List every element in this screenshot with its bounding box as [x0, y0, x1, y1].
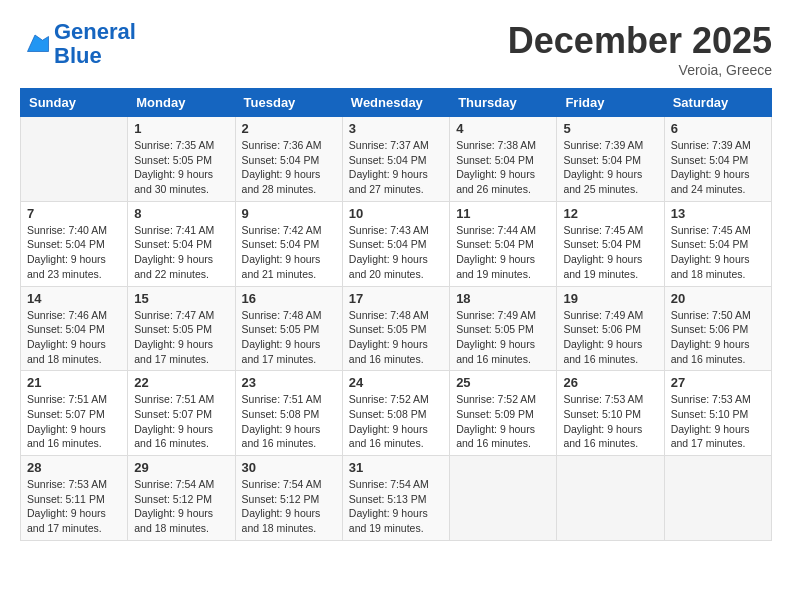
- calendar-body: 1Sunrise: 7:35 AMSunset: 5:05 PMDaylight…: [21, 117, 772, 541]
- day-number: 16: [242, 291, 336, 306]
- day-info: Sunrise: 7:36 AMSunset: 5:04 PMDaylight:…: [242, 138, 336, 197]
- calendar-cell: 23Sunrise: 7:51 AMSunset: 5:08 PMDayligh…: [235, 371, 342, 456]
- day-number: 10: [349, 206, 443, 221]
- day-number: 18: [456, 291, 550, 306]
- day-number: 7: [27, 206, 121, 221]
- calendar-cell: 19Sunrise: 7:49 AMSunset: 5:06 PMDayligh…: [557, 286, 664, 371]
- calendar-cell: 7Sunrise: 7:40 AMSunset: 5:04 PMDaylight…: [21, 201, 128, 286]
- calendar-cell: 10Sunrise: 7:43 AMSunset: 5:04 PMDayligh…: [342, 201, 449, 286]
- day-info: Sunrise: 7:51 AMSunset: 5:08 PMDaylight:…: [242, 392, 336, 451]
- calendar-week-row: 1Sunrise: 7:35 AMSunset: 5:05 PMDaylight…: [21, 117, 772, 202]
- days-of-week-header: SundayMondayTuesdayWednesdayThursdayFrid…: [21, 89, 772, 117]
- day-info: Sunrise: 7:47 AMSunset: 5:05 PMDaylight:…: [134, 308, 228, 367]
- day-number: 6: [671, 121, 765, 136]
- day-number: 12: [563, 206, 657, 221]
- day-info: Sunrise: 7:50 AMSunset: 5:06 PMDaylight:…: [671, 308, 765, 367]
- day-info: Sunrise: 7:51 AMSunset: 5:07 PMDaylight:…: [134, 392, 228, 451]
- day-number: 11: [456, 206, 550, 221]
- calendar-cell: 2Sunrise: 7:36 AMSunset: 5:04 PMDaylight…: [235, 117, 342, 202]
- day-of-week-header: Tuesday: [235, 89, 342, 117]
- month-year: December 2025: [508, 20, 772, 62]
- day-number: 31: [349, 460, 443, 475]
- calendar-week-row: 7Sunrise: 7:40 AMSunset: 5:04 PMDaylight…: [21, 201, 772, 286]
- day-info: Sunrise: 7:37 AMSunset: 5:04 PMDaylight:…: [349, 138, 443, 197]
- calendar-cell: 1Sunrise: 7:35 AMSunset: 5:05 PMDaylight…: [128, 117, 235, 202]
- day-info: Sunrise: 7:53 AMSunset: 5:11 PMDaylight:…: [27, 477, 121, 536]
- calendar-cell: 14Sunrise: 7:46 AMSunset: 5:04 PMDayligh…: [21, 286, 128, 371]
- day-info: Sunrise: 7:54 AMSunset: 5:12 PMDaylight:…: [134, 477, 228, 536]
- calendar-cell: 20Sunrise: 7:50 AMSunset: 5:06 PMDayligh…: [664, 286, 771, 371]
- calendar-cell: 25Sunrise: 7:52 AMSunset: 5:09 PMDayligh…: [450, 371, 557, 456]
- day-of-week-header: Thursday: [450, 89, 557, 117]
- calendar-cell: [450, 456, 557, 541]
- day-info: Sunrise: 7:48 AMSunset: 5:05 PMDaylight:…: [242, 308, 336, 367]
- day-info: Sunrise: 7:41 AMSunset: 5:04 PMDaylight:…: [134, 223, 228, 282]
- day-number: 26: [563, 375, 657, 390]
- calendar-cell: 8Sunrise: 7:41 AMSunset: 5:04 PMDaylight…: [128, 201, 235, 286]
- day-of-week-header: Sunday: [21, 89, 128, 117]
- day-number: 4: [456, 121, 550, 136]
- calendar-cell: 28Sunrise: 7:53 AMSunset: 5:11 PMDayligh…: [21, 456, 128, 541]
- calendar-cell: 30Sunrise: 7:54 AMSunset: 5:12 PMDayligh…: [235, 456, 342, 541]
- calendar-cell: 18Sunrise: 7:49 AMSunset: 5:05 PMDayligh…: [450, 286, 557, 371]
- calendar-cell: [21, 117, 128, 202]
- day-info: Sunrise: 7:51 AMSunset: 5:07 PMDaylight:…: [27, 392, 121, 451]
- day-number: 14: [27, 291, 121, 306]
- calendar-cell: 9Sunrise: 7:42 AMSunset: 5:04 PMDaylight…: [235, 201, 342, 286]
- calendar-cell: 31Sunrise: 7:54 AMSunset: 5:13 PMDayligh…: [342, 456, 449, 541]
- day-info: Sunrise: 7:45 AMSunset: 5:04 PMDaylight:…: [671, 223, 765, 282]
- day-of-week-header: Friday: [557, 89, 664, 117]
- day-number: 30: [242, 460, 336, 475]
- title-section: December 2025 Veroia, Greece: [508, 20, 772, 78]
- day-info: Sunrise: 7:40 AMSunset: 5:04 PMDaylight:…: [27, 223, 121, 282]
- day-number: 24: [349, 375, 443, 390]
- calendar-cell: 22Sunrise: 7:51 AMSunset: 5:07 PMDayligh…: [128, 371, 235, 456]
- day-info: Sunrise: 7:44 AMSunset: 5:04 PMDaylight:…: [456, 223, 550, 282]
- day-info: Sunrise: 7:53 AMSunset: 5:10 PMDaylight:…: [563, 392, 657, 451]
- day-number: 29: [134, 460, 228, 475]
- day-info: Sunrise: 7:35 AMSunset: 5:05 PMDaylight:…: [134, 138, 228, 197]
- calendar-cell: 21Sunrise: 7:51 AMSunset: 5:07 PMDayligh…: [21, 371, 128, 456]
- day-info: Sunrise: 7:43 AMSunset: 5:04 PMDaylight:…: [349, 223, 443, 282]
- day-number: 17: [349, 291, 443, 306]
- day-number: 3: [349, 121, 443, 136]
- day-info: Sunrise: 7:38 AMSunset: 5:04 PMDaylight:…: [456, 138, 550, 197]
- calendar-cell: 26Sunrise: 7:53 AMSunset: 5:10 PMDayligh…: [557, 371, 664, 456]
- day-info: Sunrise: 7:39 AMSunset: 5:04 PMDaylight:…: [563, 138, 657, 197]
- day-info: Sunrise: 7:48 AMSunset: 5:05 PMDaylight:…: [349, 308, 443, 367]
- day-number: 20: [671, 291, 765, 306]
- calendar-week-row: 14Sunrise: 7:46 AMSunset: 5:04 PMDayligh…: [21, 286, 772, 371]
- day-info: Sunrise: 7:54 AMSunset: 5:12 PMDaylight:…: [242, 477, 336, 536]
- logo: General Blue: [20, 20, 136, 68]
- logo-icon: [20, 29, 50, 59]
- day-info: Sunrise: 7:45 AMSunset: 5:04 PMDaylight:…: [563, 223, 657, 282]
- day-number: 25: [456, 375, 550, 390]
- calendar-week-row: 28Sunrise: 7:53 AMSunset: 5:11 PMDayligh…: [21, 456, 772, 541]
- calendar-cell: [557, 456, 664, 541]
- day-info: Sunrise: 7:46 AMSunset: 5:04 PMDaylight:…: [27, 308, 121, 367]
- calendar-cell: 16Sunrise: 7:48 AMSunset: 5:05 PMDayligh…: [235, 286, 342, 371]
- day-info: Sunrise: 7:54 AMSunset: 5:13 PMDaylight:…: [349, 477, 443, 536]
- calendar-cell: 24Sunrise: 7:52 AMSunset: 5:08 PMDayligh…: [342, 371, 449, 456]
- day-number: 23: [242, 375, 336, 390]
- day-info: Sunrise: 7:39 AMSunset: 5:04 PMDaylight:…: [671, 138, 765, 197]
- day-info: Sunrise: 7:42 AMSunset: 5:04 PMDaylight:…: [242, 223, 336, 282]
- calendar-cell: 13Sunrise: 7:45 AMSunset: 5:04 PMDayligh…: [664, 201, 771, 286]
- day-number: 27: [671, 375, 765, 390]
- day-of-week-header: Wednesday: [342, 89, 449, 117]
- day-number: 22: [134, 375, 228, 390]
- calendar-cell: 27Sunrise: 7:53 AMSunset: 5:10 PMDayligh…: [664, 371, 771, 456]
- calendar-cell: 11Sunrise: 7:44 AMSunset: 5:04 PMDayligh…: [450, 201, 557, 286]
- calendar-cell: 3Sunrise: 7:37 AMSunset: 5:04 PMDaylight…: [342, 117, 449, 202]
- calendar-week-row: 21Sunrise: 7:51 AMSunset: 5:07 PMDayligh…: [21, 371, 772, 456]
- calendar-cell: [664, 456, 771, 541]
- calendar-cell: 4Sunrise: 7:38 AMSunset: 5:04 PMDaylight…: [450, 117, 557, 202]
- calendar-cell: 5Sunrise: 7:39 AMSunset: 5:04 PMDaylight…: [557, 117, 664, 202]
- day-info: Sunrise: 7:52 AMSunset: 5:09 PMDaylight:…: [456, 392, 550, 451]
- calendar-cell: 6Sunrise: 7:39 AMSunset: 5:04 PMDaylight…: [664, 117, 771, 202]
- calendar-table: SundayMondayTuesdayWednesdayThursdayFrid…: [20, 88, 772, 541]
- day-number: 21: [27, 375, 121, 390]
- day-number: 5: [563, 121, 657, 136]
- day-info: Sunrise: 7:49 AMSunset: 5:05 PMDaylight:…: [456, 308, 550, 367]
- day-number: 8: [134, 206, 228, 221]
